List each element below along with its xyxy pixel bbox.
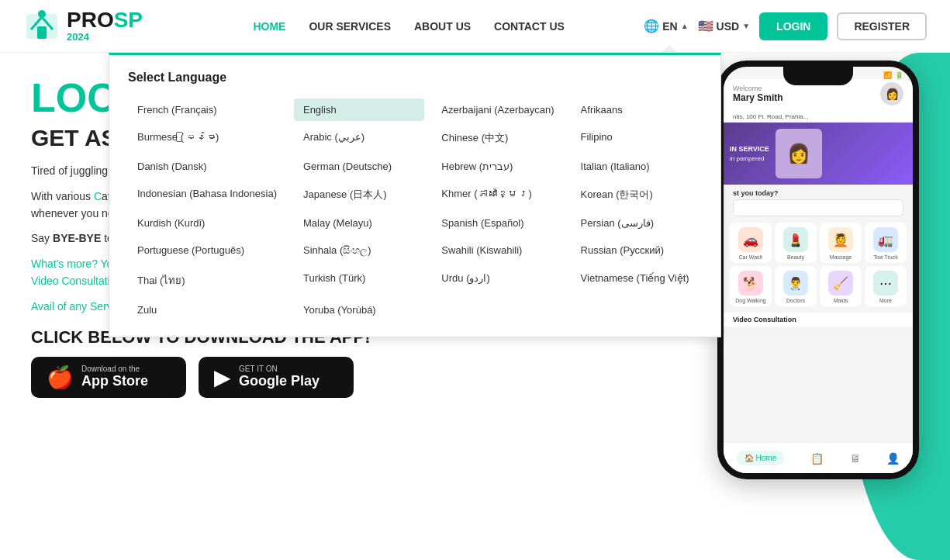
lang-khmer[interactable]: Khmer (ភាសាខ្មែរ) xyxy=(432,182,563,207)
google-play-icon: ▶ xyxy=(214,365,231,390)
phone-search-label: st you today? xyxy=(724,185,913,199)
doctors-label: Doctors xyxy=(786,298,805,303)
phone-service-massage[interactable]: 💆 Massage xyxy=(820,223,862,263)
app-store-sub: Download on the xyxy=(81,365,148,373)
lang-french[interactable]: French (Français) xyxy=(128,99,286,121)
phone-service-carwash[interactable]: 🚗 Car Wash xyxy=(730,223,772,263)
lang-filipino[interactable]: Filipino xyxy=(572,126,702,150)
lang-azerbaijani[interactable]: Azerbaijani (Azerbaycan) xyxy=(432,99,563,121)
phone-battery-icon: 🔋 xyxy=(895,71,903,79)
phone-service-more[interactable]: ⋯ More xyxy=(865,266,907,306)
phone-search-bar[interactable] xyxy=(733,199,903,216)
phone-username: Mary Smith xyxy=(733,92,783,103)
lang-yoruba[interactable]: Yoruba (Yorùbá) xyxy=(294,299,424,321)
lang-empty-1 xyxy=(432,299,563,321)
tow-truck-icon: 🚛 xyxy=(873,227,898,252)
main-nav: HOME OUR SERVICES ABOUT US CONTACT US xyxy=(174,20,644,33)
phone-bottom-nav: 🏠 Home 📋 🖥 👤 xyxy=(724,442,913,473)
phone-banner: IN SERVICE in pampered 👩 xyxy=(724,123,913,185)
lang-portuguese[interactable]: Portuguese (Português) xyxy=(128,239,286,262)
lang-persian[interactable]: Persian (فارسی) xyxy=(572,212,702,234)
phone-service-beauty[interactable]: 💄 Beauty xyxy=(775,223,817,263)
app-store-text: Download on the App Store xyxy=(81,365,148,390)
logo-prosp: PROSP xyxy=(67,9,143,31)
header: PROSP 2024 HOME OUR SERVICES ABOUT US CO… xyxy=(0,0,950,53)
phone-location: ntis, 100 Ft. Road, Prahla... xyxy=(724,112,913,123)
nav-contact[interactable]: CONTACT US xyxy=(494,20,565,33)
dropdown-arrow xyxy=(662,45,677,53)
phone-banner-content: IN SERVICE in pampered xyxy=(730,144,769,163)
lang-malay[interactable]: Malay (Melayu) xyxy=(294,212,424,234)
lang-chinese[interactable]: Chinese (中文) xyxy=(432,126,563,150)
phone-nav-user[interactable]: 👤 xyxy=(886,452,900,465)
car-wash-label: Car Wash xyxy=(739,254,763,260)
lang-italian[interactable]: Italian (Italiano) xyxy=(572,155,702,178)
beauty-icon: 💄 xyxy=(783,227,808,252)
lang-english[interactable]: English xyxy=(294,99,424,121)
phone-nav-home[interactable]: 🏠 Home xyxy=(737,451,784,465)
lang-thai[interactable]: Thai (ไทย) xyxy=(128,267,286,294)
lang-russian[interactable]: Russian (Русский) xyxy=(572,239,702,262)
more-icon: ⋯ xyxy=(873,271,898,296)
phone-service-maids[interactable]: 🧹 Maids xyxy=(820,266,862,306)
lang-german[interactable]: German (Deutsche) xyxy=(294,155,424,178)
flag-icon: 🇺🇸 xyxy=(698,19,713,33)
lang-urdu[interactable]: Urdu (اردو) xyxy=(432,267,563,294)
lang-burmese[interactable]: Burmese (မြန်မာ) xyxy=(128,126,286,150)
phone-screen: 📶 🔋 Welcome Mary Smith 👩 ntis, 100 Ft. R… xyxy=(724,67,913,473)
lang-turkish[interactable]: Turkish (Türk) xyxy=(294,267,424,294)
currency-button[interactable]: 🇺🇸 USD ▼ xyxy=(698,19,750,33)
phone-service-towtruck[interactable]: 🚛 Tow Truck xyxy=(865,223,907,263)
lang-hebrew[interactable]: Hebrew (עברית) xyxy=(432,155,563,178)
lang-danish[interactable]: Danish (Dansk) xyxy=(128,155,286,178)
lang-afrikaans[interactable]: Afrikaans xyxy=(572,99,702,121)
phone-nav-screen[interactable]: 🖥 xyxy=(850,452,861,465)
lang-korean[interactable]: Korean (한국어) xyxy=(572,182,702,207)
language-button[interactable]: 🌐 EN ▲ xyxy=(644,19,688,33)
lang-arabic[interactable]: Arabic (عربي) xyxy=(294,126,424,150)
lang-swahili[interactable]: Swahili (Kiswahili) xyxy=(432,239,563,262)
phone-banner-image: 👩 xyxy=(776,129,822,178)
google-play-text: GET IT ON Google Play xyxy=(239,365,320,390)
phone-service-dogwalking[interactable]: 🐕 Dog Walking xyxy=(730,266,772,306)
google-play-main: Google Play xyxy=(239,373,320,390)
header-actions: 🌐 EN ▲ 🇺🇸 USD ▼ LOGIN REGISTER xyxy=(644,12,927,40)
doctors-icon: 👨‍⚕️ xyxy=(783,271,808,296)
phone-nav-list[interactable]: 📋 xyxy=(810,452,824,465)
logo-text: PROSP 2024 xyxy=(67,9,143,43)
phone-avatar: 👩 xyxy=(880,82,903,105)
lang-indonesian[interactable]: Indonesian (Bahasa Indonesia) xyxy=(128,182,286,207)
tow-truck-label: Tow Truck xyxy=(873,254,898,260)
register-button[interactable]: REGISTER xyxy=(837,12,927,40)
lang-spanish[interactable]: Spanish (Español) xyxy=(432,212,563,234)
car-wash-icon: 🚗 xyxy=(738,227,763,252)
nav-services[interactable]: OUR SERVICES xyxy=(309,20,391,33)
app-store-main: App Store xyxy=(81,373,148,390)
phone-wifi-icon: 📶 xyxy=(883,71,892,79)
google-play-button[interactable]: ▶ GET IT ON Google Play xyxy=(199,357,354,398)
maids-icon: 🧹 xyxy=(828,271,853,296)
apple-icon: 🍎 xyxy=(47,365,74,390)
google-play-sub: GET IT ON xyxy=(239,365,320,373)
nav-about[interactable]: ABOUT US xyxy=(414,20,471,33)
lang-vietnamese[interactable]: Vietnamese (Tiếng Việt) xyxy=(572,267,702,294)
lang-empty-2 xyxy=(572,299,702,321)
chevron-down-icon: ▲ xyxy=(681,22,689,30)
dropdown-title: Select Language xyxy=(128,71,702,85)
lang-kurdish[interactable]: Kurdish (Kurdî) xyxy=(128,212,286,234)
phone-welcome: Welcome xyxy=(733,85,783,92)
logo-year: 2024 xyxy=(67,31,143,43)
more-label: More xyxy=(879,298,892,303)
chevron-down-icon-2: ▼ xyxy=(742,22,750,30)
lang-zulu[interactable]: Zulu xyxy=(128,299,286,321)
lang-japanese[interactable]: Japanese (日本人) xyxy=(294,182,424,207)
app-store-button[interactable]: 🍎 Download on the App Store xyxy=(31,357,186,398)
login-button[interactable]: LOGIN xyxy=(759,12,827,40)
phone-service-doctors[interactable]: 👨‍⚕️ Doctors xyxy=(775,266,817,306)
logo[interactable]: PROSP 2024 xyxy=(23,8,143,45)
phone-services-grid: 🚗 Car Wash 💄 Beauty 💆 Massage 🚛 Tow Truc… xyxy=(724,223,913,313)
phone-notch xyxy=(783,67,853,85)
nav-home[interactable]: HOME xyxy=(253,20,285,33)
lang-sinhala[interactable]: Sinhala (සිංහල) xyxy=(294,239,424,262)
phone-container: 📶 🔋 Welcome Mary Smith 👩 ntis, 100 Ft. R… xyxy=(717,53,950,526)
